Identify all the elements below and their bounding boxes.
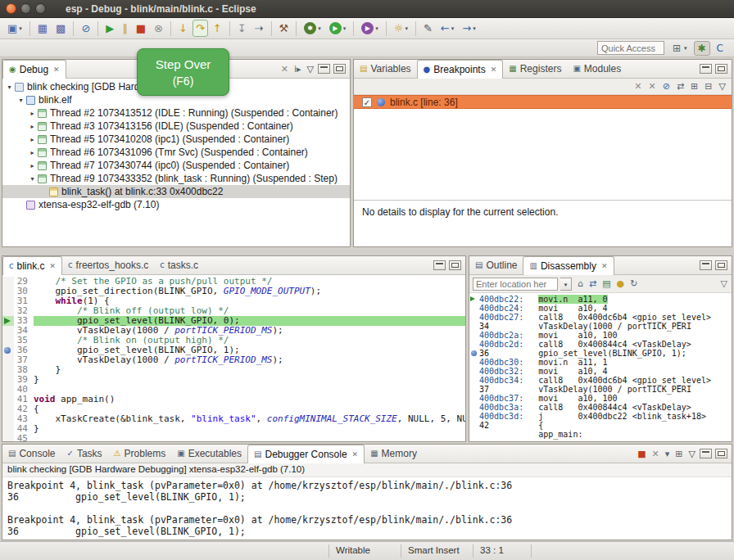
gutter-marker-column[interactable] [2, 345, 14, 355]
quick-access-input[interactable] [597, 41, 664, 55]
tab-debug[interactable]: ◉Debug✕ [2, 60, 66, 79]
close-tab-icon[interactable]: ✕ [491, 65, 497, 74]
tab-freertos-hooks-c[interactable]: cfreertos_hooks.c [62, 256, 154, 274]
expander-closed-icon[interactable]: ▸ [28, 149, 37, 156]
disconnect-icon[interactable]: ⊗ [151, 20, 166, 37]
expander-open-icon[interactable]: ▾ [28, 175, 37, 183]
location-input[interactable] [473, 278, 558, 291]
tab-debugger-console[interactable]: ▤Debugger Console✕ [247, 445, 365, 463]
tab-tasks[interactable]: ✓Tasks [61, 445, 107, 463]
debug-tree-item[interactable]: ▸Thread #7 1073430744 (ipc0) (Suspended … [2, 159, 350, 172]
tab-memory[interactable]: ▦Memory [365, 445, 423, 463]
disassembly-listing[interactable]: 400dbc22: movi.n a11, 0400dbc24: movi a1… [469, 293, 732, 441]
close-tab-icon[interactable]: ✕ [601, 262, 608, 270]
last-edit-location-icon[interactable]: ✎ [420, 20, 436, 37]
breakpoint-row[interactable]: ✓ blink.c [line: 36] [354, 95, 732, 109]
expander-closed-icon[interactable]: ▸ [28, 110, 37, 117]
open-perspective-icon[interactable]: ⊞▾ [668, 41, 691, 56]
minimize-view-icon[interactable] [700, 260, 712, 270]
close-tab-icon[interactable]: ✕ [352, 450, 359, 458]
gutter-marker-column[interactable] [2, 316, 14, 326]
show-supported-breakpoints-icon[interactable]: ⊘ [662, 82, 671, 91]
maximize-view-icon[interactable] [715, 260, 727, 270]
step-into-icon[interactable]: ↓ [175, 20, 191, 37]
debug-tree-item[interactable]: ▾Thread #9 1073433352 (blink_task : Runn… [2, 172, 350, 185]
close-tab-icon[interactable]: ✕ [50, 262, 57, 270]
tab-console[interactable]: ▤Console [2, 445, 61, 463]
view-menu-icon[interactable]: ▽ [718, 82, 727, 91]
minimize-view-icon[interactable] [700, 449, 712, 458]
maximize-view-icon[interactable] [715, 64, 727, 74]
expander-open-icon[interactable]: ▾ [16, 97, 25, 104]
view-menu-icon[interactable]: ▽ [306, 65, 315, 74]
close-window-icon[interactable] [6, 3, 16, 14]
instruction-stepping-mode-icon[interactable]: i▸ [293, 65, 302, 74]
maximize-view-icon[interactable] [333, 64, 346, 74]
tab-variables[interactable]: ▤Variables [354, 60, 417, 78]
maximize-view-icon[interactable] [715, 449, 727, 458]
expand-all-icon[interactable]: ⊞ [690, 82, 699, 91]
debug-tree-item[interactable]: blink_task() at blink.c:33 0x400dbc22 [2, 185, 350, 198]
gutter-marker-column[interactable] [2, 277, 14, 287]
gutter-marker-column[interactable] [2, 306, 14, 316]
expander-open-icon[interactable]: ▾ [5, 84, 14, 91]
run-icon[interactable]: ▶▾ [326, 20, 350, 37]
remove-breakpoint-icon[interactable]: ✕ [633, 82, 642, 91]
remove-all-breakpoints-icon[interactable]: ✕ [647, 82, 656, 91]
view-menu-icon[interactable]: ▽ [720, 279, 728, 288]
save-icon[interactable]: ▦ [34, 20, 51, 37]
tab-registers[interactable]: ▦Registers [503, 60, 567, 78]
remove-launch-icon[interactable]: ✕ [651, 449, 660, 458]
expander-closed-icon[interactable]: ▸ [28, 136, 37, 143]
build-icon[interactable]: ⚒ [276, 20, 292, 37]
tab-disassembly[interactable]: ▥Disassembly✕ [523, 256, 614, 275]
debug-perspective-icon[interactable]: ✱ [694, 41, 710, 56]
gutter-marker-column[interactable] [2, 395, 14, 404]
debug-icon[interactable]: ✱▾ [301, 20, 324, 37]
terminate-icon[interactable]: ■ [637, 449, 646, 458]
c-cpp-perspective-icon[interactable]: C [713, 41, 727, 56]
display-selected-console-icon[interactable]: ▾ [664, 449, 671, 458]
tab-executables[interactable]: ▣Executables [171, 445, 247, 463]
gutter-marker-column[interactable] [2, 414, 14, 424]
gutter-marker-column[interactable] [2, 375, 14, 385]
tab-outline[interactable]: ▤Outline [469, 256, 523, 274]
view-menu-icon[interactable]: ▽ [688, 449, 696, 458]
gutter-marker-column[interactable] [2, 336, 14, 345]
debug-tree-item[interactable]: ▸Thread #2 1073413512 (IDLE : Running) (… [2, 106, 350, 120]
gutter-marker-column[interactable] [2, 287, 14, 296]
instruction-stepping-icon[interactable]: ⇢ [251, 20, 267, 37]
gutter-marker-column[interactable] [2, 424, 14, 434]
debug-tree-item[interactable]: xtensa-esp32-elf-gdb (7.10) [2, 198, 350, 211]
gutter-marker-column[interactable] [2, 326, 14, 336]
terminate-icon[interactable]: ■ [133, 20, 149, 37]
breakpoint-marker-icon[interactable] [4, 347, 11, 354]
tab-tasks-c[interactable]: ctasks.c [154, 256, 204, 274]
refresh-icon[interactable]: ↻ [629, 279, 638, 288]
external-tools-icon[interactable]: ▶▾ [358, 20, 382, 37]
expander-closed-icon[interactable]: ▸ [28, 123, 37, 130]
gutter-marker-column[interactable] [2, 434, 14, 441]
remove-all-terminated-icon[interactable]: ✕ [280, 65, 289, 74]
minimize-window-icon[interactable] [20, 3, 31, 14]
skip-all-breakpoints-icon[interactable]: ⊘ [78, 20, 93, 37]
minimize-view-icon[interactable] [700, 64, 712, 74]
gutter-marker-column[interactable] [2, 385, 14, 395]
debug-tree-item[interactable]: ▸Thread #3 1073413156 (IDLE) (Suspended … [2, 120, 350, 133]
debug-tree-item[interactable]: ▸Thread #5 1073410208 (ipc1) (Suspended … [2, 133, 350, 146]
forward-icon[interactable]: →▾ [459, 20, 478, 37]
code-editor[interactable]: 29 /* Set the GPIO as a push/pull output… [2, 275, 465, 441]
tab-modules[interactable]: ▣Modules [567, 60, 627, 78]
open-console-icon[interactable]: ⊞ [674, 449, 683, 458]
tab-problems[interactable]: ⚠Problems [108, 445, 172, 463]
back-icon[interactable]: ←▾ [437, 20, 457, 37]
link-with-debug-icon[interactable]: ⇄ [676, 82, 685, 91]
minimize-view-icon[interactable] [433, 260, 446, 270]
tab-breakpoints[interactable]: ●Breakpoints✕ [417, 60, 504, 79]
step-over-icon[interactable]: ↷ [193, 20, 208, 37]
breakpoint-checkbox[interactable]: ✓ [362, 97, 372, 107]
step-return-icon[interactable]: ↑ [210, 20, 225, 37]
new-wizard-icon[interactable]: ▣▾ [4, 20, 25, 37]
collapse-all-icon[interactable]: ⊟ [704, 82, 713, 91]
minimize-view-icon[interactable] [318, 64, 330, 74]
